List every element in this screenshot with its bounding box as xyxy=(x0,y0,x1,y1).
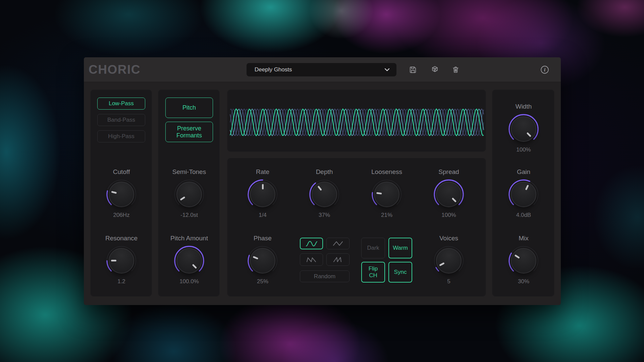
filter-mode-low-pass[interactable]: Low-Pass xyxy=(97,98,145,110)
voices-knob[interactable] xyxy=(433,245,465,277)
save-preset-button[interactable] xyxy=(406,57,420,82)
resonance-control: Resonance 1.2 xyxy=(95,234,148,285)
rate-knob[interactable] xyxy=(247,179,278,210)
cutoff-control: Cutoff 206Hz xyxy=(95,168,148,219)
width-control: Width 100% xyxy=(497,103,550,154)
pitch-amount-knob[interactable] xyxy=(173,245,205,277)
filter-panel: Low-Pass Band-Pass High-Pass Cutoff 206H… xyxy=(90,89,152,297)
knob-value: 100.0% xyxy=(162,278,216,285)
phase-control: Phase 25% xyxy=(236,234,289,285)
knob-pointer xyxy=(180,196,185,201)
looseness-control: Looseness 21% xyxy=(360,168,414,219)
voices-control: Voices 5 xyxy=(422,234,476,285)
filter-mode-band-pass[interactable]: Band-Pass xyxy=(97,114,145,126)
pitch-panel: Pitch Preserve Formants Semi-Tones -12.0… xyxy=(158,89,220,297)
randomize-preset-button[interactable] xyxy=(427,57,442,82)
knob-value: 206Hz xyxy=(95,212,148,219)
knob-pointer xyxy=(514,254,520,259)
knob-pointer xyxy=(527,132,532,137)
dice-icon xyxy=(430,65,439,74)
pitch-amount-control: Pitch Amount 100.0% xyxy=(162,234,216,285)
button-label: Dark xyxy=(367,245,379,251)
knob-pointer xyxy=(111,260,116,262)
app-logo: CHORIC xyxy=(89,57,141,82)
gain-knob[interactable] xyxy=(508,179,539,210)
knob-value: -12.0st xyxy=(162,212,216,219)
triangle-wave-icon xyxy=(332,240,344,248)
button-label: Random xyxy=(314,273,335,280)
knob-label: Gain xyxy=(497,168,550,176)
knob-pointer xyxy=(192,264,197,269)
lfo-shape-saw-up-button[interactable] xyxy=(326,253,350,266)
preset-name: Deeply Ghosts xyxy=(255,66,384,73)
semi-tones-control: Semi-Tones -12.0st xyxy=(162,168,216,219)
button-label: Preserve Formants xyxy=(166,125,213,139)
lfo-shape-triangle-button[interactable] xyxy=(326,238,350,249)
saw-down-wave-icon xyxy=(305,256,318,264)
knob-value: 1/4 xyxy=(236,212,289,219)
knob-value: 37% xyxy=(298,212,351,219)
knob-label: Mix xyxy=(497,234,550,242)
knob-value: 25% xyxy=(236,278,289,285)
sine-wave-icon xyxy=(305,240,318,248)
plugin-header: CHORIC Deeply Ghosts xyxy=(84,57,561,82)
knob-value: 5 xyxy=(422,278,476,285)
knob-label: Resonance xyxy=(95,234,148,242)
knob-label: Cutoff xyxy=(95,168,148,176)
knob-label: Width xyxy=(497,103,550,111)
button-label: Sync xyxy=(394,269,407,276)
knob-pointer xyxy=(525,185,529,190)
flip-channels-button[interactable]: Flip CH xyxy=(361,262,385,283)
knob-pointer xyxy=(111,191,117,194)
modulation-panel: Rate 1/4 Depth 37% Looseness xyxy=(227,158,486,297)
sync-button[interactable]: Sync xyxy=(388,262,412,283)
chevron-down-icon xyxy=(384,68,390,71)
filter-mode-high-pass[interactable]: High-Pass xyxy=(97,130,145,142)
spread-control: Spread 100% xyxy=(422,168,476,219)
knob-label: Semi-Tones xyxy=(162,168,216,176)
looseness-knob[interactable] xyxy=(371,179,402,210)
button-label: Pitch xyxy=(182,104,196,111)
resonance-knob[interactable] xyxy=(106,245,137,277)
semi-tones-knob[interactable] xyxy=(173,179,205,210)
phase-knob[interactable] xyxy=(247,245,278,277)
svg-text:i: i xyxy=(544,67,545,72)
warm-tone-button[interactable]: Warm xyxy=(388,238,412,258)
lfo-shape-random-button[interactable]: Random xyxy=(300,270,350,282)
preset-selector[interactable]: Deeply Ghosts xyxy=(247,63,396,76)
mix-control: Mix 30% xyxy=(497,234,550,285)
cutoff-knob[interactable] xyxy=(106,179,137,210)
gain-control: Gain 4.0dB xyxy=(497,168,550,219)
knob-value: 100% xyxy=(422,212,476,219)
floppy-disk-icon xyxy=(409,65,417,74)
knob-label: Rate xyxy=(236,168,289,176)
preserve-formants-button[interactable]: Preserve Formants xyxy=(165,122,213,142)
pitch-toggle-button[interactable]: Pitch xyxy=(165,98,213,118)
button-label: High-Pass xyxy=(108,133,134,140)
button-label: Warm xyxy=(393,245,408,251)
info-icon: i xyxy=(540,65,549,74)
width-knob[interactable] xyxy=(508,113,539,145)
dark-tone-button[interactable]: Dark xyxy=(361,238,385,258)
output-panel: Width 100% Gain 4.0dB Mix 3 xyxy=(492,89,554,297)
lfo-shape-sine-button[interactable] xyxy=(300,238,323,249)
knob-pointer xyxy=(253,256,258,260)
chorus-voices-waveform xyxy=(227,90,486,152)
knob-pointer xyxy=(262,184,264,189)
rate-control: Rate 1/4 xyxy=(236,168,289,219)
delete-preset-button[interactable] xyxy=(448,57,463,82)
spread-knob[interactable] xyxy=(433,179,465,210)
saw-up-wave-icon xyxy=(332,256,344,264)
knob-label: Voices xyxy=(422,234,476,242)
mix-knob[interactable] xyxy=(508,245,539,277)
depth-knob[interactable] xyxy=(309,179,340,210)
knob-value: 21% xyxy=(360,212,414,219)
knob-label: Spread xyxy=(422,168,476,176)
knob-value: 4.0dB xyxy=(497,212,550,219)
knob-pointer xyxy=(376,192,382,195)
info-button[interactable]: i xyxy=(537,57,552,82)
waveform-display xyxy=(227,89,486,152)
lfo-shape-saw-down-button[interactable] xyxy=(300,253,323,266)
trash-icon xyxy=(451,65,460,74)
knob-value: 100% xyxy=(497,146,550,154)
